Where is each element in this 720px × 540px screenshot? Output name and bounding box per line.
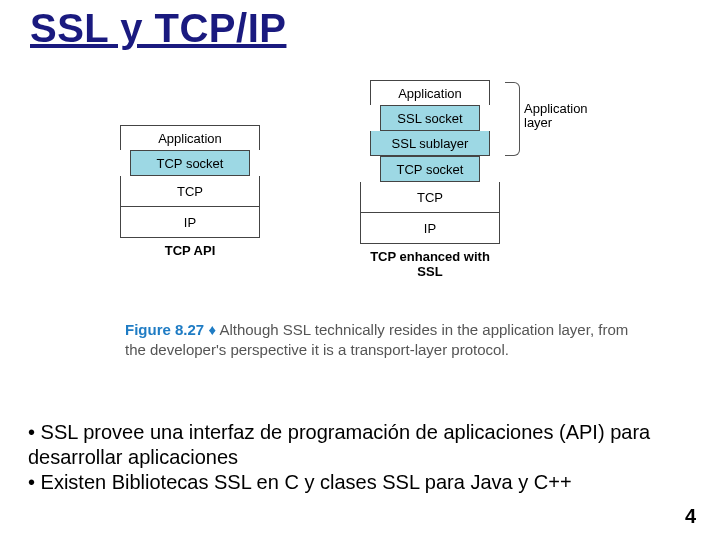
page-number: 4	[685, 505, 696, 528]
box-application-r: Application	[370, 80, 490, 105]
diagram: Application TCP socket TCP IP TCP API Ap…	[110, 80, 610, 310]
right-stack-label: TCP enhanced with SSL	[360, 249, 500, 279]
bullet-1-marker: •	[28, 421, 41, 443]
box-ip: IP	[120, 207, 260, 238]
box-ip-r: IP	[360, 213, 500, 244]
box-ssl-socket: SSL socket	[380, 105, 480, 131]
figure-caption: Figure 8.27 ♦ Although SSL technically r…	[125, 320, 635, 361]
bracket-label: Application layer	[524, 102, 614, 131]
diamond-icon: ♦	[208, 321, 216, 338]
bullet-list: • SSL provee una interfaz de programació…	[28, 420, 693, 495]
bullet-2-text: Existen Bibliotecas SSL en C y clases SS…	[41, 471, 572, 493]
figure-number: Figure 8.27	[125, 321, 204, 338]
box-ssl-sublayer: SSL sublayer	[370, 131, 490, 156]
box-tcp-r: TCP	[360, 182, 500, 213]
left-stack: Application TCP socket TCP IP TCP API	[120, 125, 260, 258]
bullet-2-marker: •	[28, 471, 41, 493]
slide: SSL y TCP/IP Application TCP socket TCP …	[0, 0, 720, 540]
box-application: Application	[120, 125, 260, 150]
bracket-icon	[505, 82, 520, 156]
bullet-1-text: SSL provee una interfaz de programación …	[28, 421, 650, 468]
bullet-1: • SSL provee una interfaz de programació…	[28, 420, 693, 470]
box-tcp-socket-r: TCP socket	[380, 156, 480, 182]
right-stack: Application SSL socket SSL sublayer TCP …	[360, 80, 500, 279]
box-tcp: TCP	[120, 176, 260, 207]
box-tcp-socket: TCP socket	[130, 150, 250, 176]
left-stack-label: TCP API	[120, 243, 260, 258]
bullet-2: • Existen Bibliotecas SSL en C y clases …	[28, 470, 693, 495]
slide-title: SSL y TCP/IP	[30, 6, 286, 51]
